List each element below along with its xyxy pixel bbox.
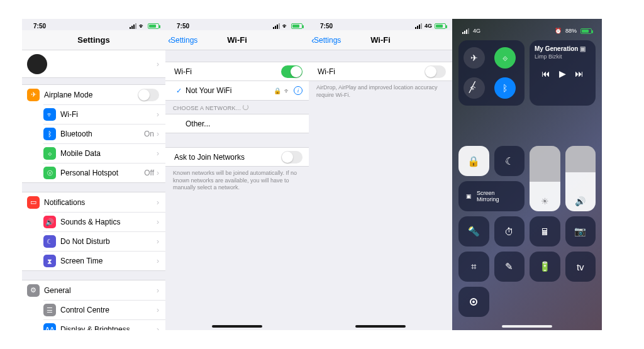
cc-wifi-button[interactable]: ᯤ╱: [464, 77, 485, 99]
chevron-icon: ›: [157, 325, 159, 330]
cc-low-power-button[interactable]: 🔋: [530, 252, 560, 282]
chevron-icon: ›: [157, 130, 159, 138]
toggle-wifi[interactable]: [425, 65, 446, 78]
nav-bar: Settings: [22, 30, 165, 50]
signal-icon: [130, 23, 136, 29]
toggle-airplane[interactable]: [138, 89, 159, 101]
cc-brightness-slider[interactable]: ☀︎: [530, 146, 560, 211]
label-display: Display & Brightness: [60, 325, 157, 330]
chevron-icon: ›: [157, 110, 159, 119]
cc-flashlight-button[interactable]: 🔦: [458, 216, 489, 247]
cc-orientation-lock-button[interactable]: 🔒: [458, 146, 489, 176]
chevron-icon: ›: [157, 169, 159, 177]
home-indicator[interactable]: [355, 325, 406, 328]
phone-settings: 7:50 ᯤ Settings › ✈︎ Airplane Mode ᯤ Wi-…: [22, 19, 165, 330]
row-control-centre[interactable]: ☰ Control Centre ›: [43, 300, 165, 319]
sliders-icon: ☰: [43, 304, 56, 316]
wifi-label: Wi-Fi: [174, 67, 281, 76]
alarm-icon: ⏰: [555, 28, 562, 34]
mirroring-label: Screen Mirroring: [477, 190, 499, 202]
row-wifi[interactable]: ᯤ Wi-Fi ›: [43, 104, 165, 124]
chevron-icon: ›: [157, 218, 159, 226]
cc-calculator-button[interactable]: 🖩: [530, 216, 560, 247]
connected-network-row[interactable]: ✓ Not Your WiFi 🔒 ᯤ i: [165, 81, 309, 101]
hourglass-icon: ⧗: [43, 255, 56, 267]
cc-airplane-button[interactable]: ✈︎: [464, 47, 485, 69]
other-network-row[interactable]: Other...: [165, 114, 309, 133]
cc-dnd-button[interactable]: ☾: [494, 146, 525, 176]
wifi-master-row[interactable]: Wi-Fi: [309, 62, 452, 81]
status-time: 7:50: [177, 23, 189, 30]
chevron-icon: ›: [157, 237, 159, 246]
music-next-button[interactable]: ⏭: [575, 69, 584, 79]
wifi-icon: ᯤ: [282, 23, 289, 30]
row-sounds[interactable]: 🔊 Sounds & Haptics ›: [43, 212, 165, 231]
connected-network-label: Not Your WiFi: [186, 86, 274, 95]
signal-icon: [273, 23, 280, 29]
label-general: General: [44, 286, 157, 295]
label-screen-time: Screen Time: [60, 257, 157, 265]
back-button[interactable]: ‹ Settings: [311, 30, 341, 50]
status-bar: 7:50 4G: [309, 19, 452, 30]
cc-qr-button[interactable]: ⌗: [458, 252, 489, 282]
status-bar: 7:50 ᯤ: [165, 19, 309, 30]
cc-screen-record-button[interactable]: [458, 287, 489, 317]
cc-volume-slider[interactable]: 🔊: [565, 146, 596, 211]
cc-appletv-button[interactable]: tv: [565, 252, 596, 282]
cc-bluetooth-button[interactable]: ᛒ: [494, 77, 516, 99]
ask-to-join-label: Ask to Join Networks: [174, 153, 281, 162]
signal-icon: [415, 23, 422, 29]
cc-notes-button[interactable]: ✎: [494, 252, 525, 282]
toggle-ask-to-join[interactable]: [281, 151, 303, 163]
label-sounds: Sounds & Haptics: [60, 218, 157, 226]
row-screen-time[interactable]: ⧗ Screen Time ›: [43, 251, 165, 270]
music-play-button[interactable]: ▶: [559, 69, 566, 79]
row-dnd[interactable]: ☾ Do Not Disturb ›: [43, 231, 165, 251]
display-icon: AA: [43, 323, 56, 330]
hotspot-icon: ⦾: [43, 167, 56, 179]
music-title: My Generation ▣: [535, 45, 591, 52]
cc-music-card[interactable]: My Generation ▣ Limp Bizkit ⏮ ▶ ⏭: [530, 40, 596, 106]
home-indicator[interactable]: [212, 325, 262, 328]
label-airplane: Airplane Mode: [44, 91, 138, 99]
battery-icon: [291, 23, 303, 29]
cc-connectivity-card: ✈︎ ⟐ ᯤ╱ ᛒ: [458, 40, 525, 106]
signal-icon: [462, 28, 469, 34]
back-button[interactable]: ‹ Settings: [168, 30, 197, 50]
label-bluetooth: Bluetooth: [60, 130, 144, 138]
row-mobile-data[interactable]: ⟐ Mobile Data ›: [43, 143, 165, 163]
ask-to-join-note: Known networks will be joined automatica…: [165, 167, 309, 192]
cc-camera-button[interactable]: 📷: [565, 216, 596, 247]
row-hotspot[interactable]: ⦾ Personal Hotspot Off ›: [43, 163, 165, 182]
wifi-master-row[interactable]: Wi-Fi: [165, 62, 309, 81]
label-wifi: Wi-Fi: [60, 110, 154, 119]
row-notifications[interactable]: ▭ Notifications ›: [22, 192, 165, 212]
phone-wifi-off: 7:50 4G ‹ Settings Wi-Fi Wi-Fi AirDrop, …: [309, 19, 452, 330]
nav-bar: ‹ Settings Wi-Fi: [309, 30, 452, 50]
cc-timer-button[interactable]: ⏱: [494, 216, 525, 247]
cc-screen-mirroring-button[interactable]: ▣ Screen Mirroring: [458, 181, 525, 211]
toggle-wifi[interactable]: [281, 65, 303, 78]
label-notifications: Notifications: [44, 198, 157, 207]
wifi-off-note: AirDrop, AirPlay and improved location a…: [309, 81, 452, 99]
chevron-icon: ›: [157, 198, 159, 207]
ask-to-join-row[interactable]: Ask to Join Networks: [165, 147, 309, 167]
music-artist: Limp Bizkit: [535, 53, 591, 60]
gear-icon: ⚙︎: [27, 284, 40, 297]
music-prev-button[interactable]: ⏮: [541, 69, 550, 79]
home-indicator[interactable]: [502, 325, 552, 328]
row-general[interactable]: ⚙︎ General ›: [22, 280, 165, 300]
info-icon[interactable]: i: [294, 86, 303, 95]
value-hotspot: Off: [144, 169, 154, 177]
network-type: 4G: [425, 23, 432, 29]
airplay-icon: ▣: [466, 193, 472, 199]
label-hotspot: Personal Hotspot: [60, 169, 144, 177]
speaker-icon: 🔊: [575, 196, 586, 206]
cc-cellular-button[interactable]: ⟐: [494, 47, 516, 69]
row-bluetooth[interactable]: ᛒ Bluetooth On ›: [43, 124, 165, 143]
appletv-label: tv: [577, 262, 584, 272]
row-airplane-mode[interactable]: ✈︎ Airplane Mode: [22, 85, 165, 104]
profile-row[interactable]: ›: [22, 50, 165, 78]
value-bluetooth: On: [144, 130, 154, 138]
row-display[interactable]: AA Display & Brightness ›: [43, 319, 165, 330]
